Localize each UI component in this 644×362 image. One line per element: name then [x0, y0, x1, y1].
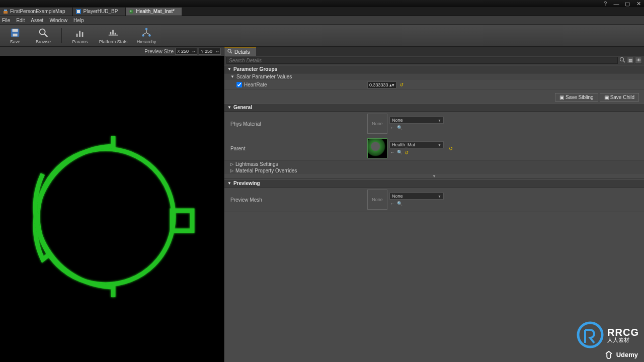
svg-line-10: [45, 34, 48, 37]
advanced-expander[interactable]: ▼: [224, 174, 644, 179]
expand-arrow-icon: ▼: [230, 74, 234, 79]
use-selected-icon[interactable]: ←: [389, 201, 395, 207]
toolbar-label: Save: [10, 39, 21, 44]
details-body: ▣ Save Sibling ▣ Save Child ▼ Parameter …: [224, 65, 644, 362]
preview-size-x-input[interactable]: X250 ▴▾: [175, 48, 197, 55]
svg-rect-16: [112, 30, 114, 34]
use-selected-icon[interactable]: ←: [389, 149, 395, 155]
phys-material-thumbnail[interactable]: None: [367, 114, 387, 134]
eye-icon[interactable]: 👁: [635, 57, 642, 64]
details-tab-bar: Details: [224, 47, 644, 56]
menu-edit[interactable]: Edit: [16, 18, 25, 23]
svg-rect-14: [109, 34, 118, 36]
svg-rect-1: [4, 10, 7, 11]
preview-mesh-thumbnail[interactable]: None: [367, 190, 387, 210]
reset-to-default-icon[interactable]: ↺: [398, 82, 405, 88]
svg-point-9: [40, 29, 45, 34]
document-tabs: FirstPersonExampleMap PlayerHUD_BP Healt…: [0, 7, 644, 16]
platform-stats-button[interactable]: Platform Stats: [96, 26, 130, 46]
subcategory-scalar-parameter-values[interactable]: ▼ Scalar Parameter Values: [224, 73, 644, 80]
phys-material-dropdown[interactable]: None ▼: [389, 117, 444, 124]
svg-rect-12: [79, 31, 80, 37]
save-icon: ▣: [604, 95, 609, 100]
viewport-toolbar: Preview Size X250 ▴▾ Y250 ▴▾: [0, 47, 224, 56]
svg-rect-3: [77, 10, 80, 13]
heartrate-checkbox[interactable]: [236, 82, 242, 87]
hierarchy-icon: [140, 27, 152, 38]
hierarchy-button[interactable]: Hierarchy: [134, 26, 158, 46]
reset-to-default-icon[interactable]: ↺: [404, 149, 410, 155]
details-search-row: ▦ 👁: [224, 56, 644, 65]
save-icon: ▣: [559, 95, 564, 100]
browse-asset-icon[interactable]: 🔍: [396, 125, 403, 131]
search-icon[interactable]: [619, 57, 625, 64]
save-child-button[interactable]: ▣ Save Child: [600, 93, 639, 102]
params-button[interactable]: Params: [68, 26, 92, 46]
subcategory-lightmass-settings[interactable]: ▷ Lightmass Settings: [224, 161, 644, 167]
matrix-view-icon[interactable]: ▦: [627, 57, 634, 64]
property-heartrate: HeartRate 0.333333 ▴▾ ↺: [224, 80, 644, 90]
tab-label: FirstPersonExampleMap: [10, 9, 65, 14]
preview-size-label: Preview Size: [144, 49, 174, 54]
property-phys-material: Phys Material None None ▼ ← 🔍: [224, 112, 644, 136]
content-area: Preview Size X250 ▴▾ Y250 ▴▾: [0, 47, 644, 362]
rrcg-watermark-logo: RRCG 人人素材: [576, 321, 639, 349]
chevron-down-icon: ▼: [438, 195, 441, 198]
expand-arrow-icon: ▼: [227, 105, 231, 110]
tab-label: Health_Mat_Inst*: [136, 9, 175, 14]
toolbar-label: Browse: [36, 39, 51, 44]
save-button[interactable]: Save: [3, 26, 27, 46]
svg-rect-8: [13, 33, 17, 36]
svg-rect-17: [115, 33, 116, 35]
spinner-icon[interactable]: ▴▾: [389, 82, 394, 87]
heartrate-value-input[interactable]: 0.333333 ▴▾: [367, 81, 396, 88]
preview-mesh-dropdown[interactable]: None ▼: [389, 193, 444, 200]
preview-size-y-input[interactable]: Y250 ▴▾: [199, 48, 221, 55]
save-icon: [9, 27, 21, 38]
category-parameter-groups[interactable]: ▼ Parameter Groups: [224, 65, 644, 73]
platform-stats-icon: [107, 27, 119, 38]
tab-firstperson-map[interactable]: FirstPersonExampleMap: [0, 8, 72, 16]
browse-asset-icon[interactable]: 🔍: [396, 149, 403, 155]
tab-health-mat-inst[interactable]: Health_Mat_Inst*: [126, 8, 182, 16]
svg-line-24: [230, 52, 232, 53]
details-icon: [227, 49, 232, 55]
udemy-watermark: Udemy: [604, 350, 638, 359]
svg-rect-11: [76, 33, 78, 36]
details-panel: Details ▦ 👁 ▣ Save Sibling ▣ Save Chi: [224, 47, 644, 362]
spinner-icon[interactable]: ▴▾: [192, 50, 195, 53]
parent-material-thumbnail[interactable]: [367, 138, 387, 158]
category-previewing[interactable]: ▼ Previewing: [224, 179, 644, 188]
toolbar-label: Hierarchy: [137, 39, 156, 44]
toolbar-divider: [61, 28, 62, 43]
window-question-icon[interactable]: ?: [602, 1, 609, 7]
svg-point-27: [578, 323, 602, 347]
material-preview-viewport[interactable]: [0, 56, 224, 362]
menu-file[interactable]: File: [2, 18, 10, 23]
tab-playerhud-bp[interactable]: PlayerHUD_BP: [73, 8, 125, 16]
property-parent: Parent Health_Mat ▼ ← 🔍 ↺: [224, 136, 644, 161]
browse-asset-icon[interactable]: 🔍: [396, 201, 403, 207]
level-icon: [3, 9, 8, 14]
window-minimize-icon[interactable]: —: [613, 1, 620, 7]
save-sibling-button[interactable]: ▣ Save Sibling: [555, 93, 598, 102]
phys-material-label: Phys Material: [224, 120, 364, 128]
window-close-icon[interactable]: ✕: [635, 1, 642, 7]
menu-help[interactable]: Help: [73, 18, 84, 23]
tab-details[interactable]: Details: [224, 47, 256, 56]
menu-asset[interactable]: Asset: [31, 18, 43, 23]
use-selected-icon[interactable]: ←: [389, 125, 395, 131]
reset-to-default-icon[interactable]: ↺: [448, 145, 454, 151]
window-maximize-icon[interactable]: ▢: [624, 1, 631, 7]
params-icon: [74, 27, 86, 38]
svg-point-18: [145, 28, 148, 30]
subcategory-material-property-overrides[interactable]: ▷ Material Property Overrides: [224, 167, 644, 174]
menu-window[interactable]: Window: [49, 18, 67, 23]
collapse-arrow-icon: ▷: [230, 168, 233, 173]
spinner-icon[interactable]: ▴▾: [216, 50, 219, 53]
category-general[interactable]: ▼ General: [224, 103, 644, 112]
material-preview-graphic: [15, 121, 206, 312]
details-search-input[interactable]: [226, 57, 618, 64]
browse-button[interactable]: Browse: [31, 26, 55, 46]
parent-dropdown[interactable]: Health_Mat ▼: [389, 141, 444, 148]
